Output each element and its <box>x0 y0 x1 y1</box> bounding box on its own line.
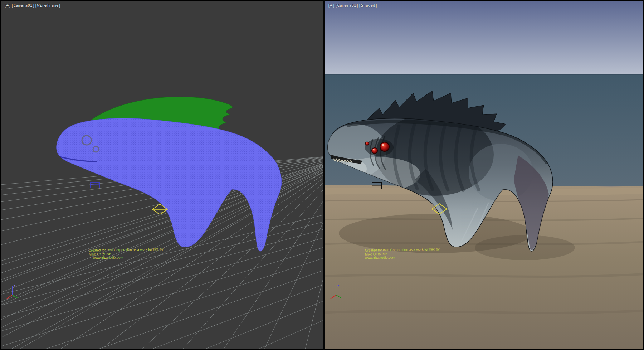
world-axis-tripod: z <box>328 283 345 301</box>
viewport-menu-shading[interactable]: [Wireframe] <box>35 3 61 8</box>
shaded-scene-canvas[interactable] <box>325 1 643 349</box>
eye-large <box>381 143 389 151</box>
creature-model-wireframe[interactable] <box>57 97 282 251</box>
creature-shadow <box>475 235 575 260</box>
selection-box[interactable] <box>91 182 99 188</box>
wireframe-scene-canvas[interactable] <box>1 1 323 349</box>
viewport-menu-general[interactable]: [+] <box>328 3 335 8</box>
viewport-wireframe[interactable]: [+][Camera01][Wireframe] Created for Int… <box>1 1 323 349</box>
viewport-menu-general[interactable]: [+] <box>4 3 11 8</box>
viewport-menu-camera[interactable]: [Camera01] <box>335 3 358 8</box>
viewport-label: [+][Camera01][Wireframe] <box>4 3 61 8</box>
dual-viewport-window: [+][Camera01][Wireframe] Created for Int… <box>0 0 644 350</box>
world-axis-tripod: z <box>4 283 21 301</box>
viewport-label: [+][Camera01][Shaded] <box>328 3 377 8</box>
horizon-line <box>325 74 643 75</box>
viewport-menu-shading[interactable]: [Shaded] <box>358 3 377 8</box>
eye-small <box>366 142 369 145</box>
axis-x-line <box>331 295 336 299</box>
axis-y-line <box>12 295 18 298</box>
axis-y-line <box>336 295 341 298</box>
axis-z-label: z <box>14 284 15 288</box>
scene-credit-text: Created for Intel Corporation as a work … <box>365 247 441 260</box>
viewport-shaded[interactable]: [+][Camera01][Shaded] Created for Intel … <box>325 1 643 349</box>
viewport-menu-camera[interactable]: [Camera01] <box>11 3 35 8</box>
eyes <box>365 139 394 156</box>
sky <box>325 1 643 74</box>
scene-credit-text: Created for Intel Corporation as a work … <box>89 247 165 260</box>
eye-medium <box>372 148 377 153</box>
axis-z-label: z <box>337 284 339 288</box>
axis-x-line <box>7 295 12 299</box>
